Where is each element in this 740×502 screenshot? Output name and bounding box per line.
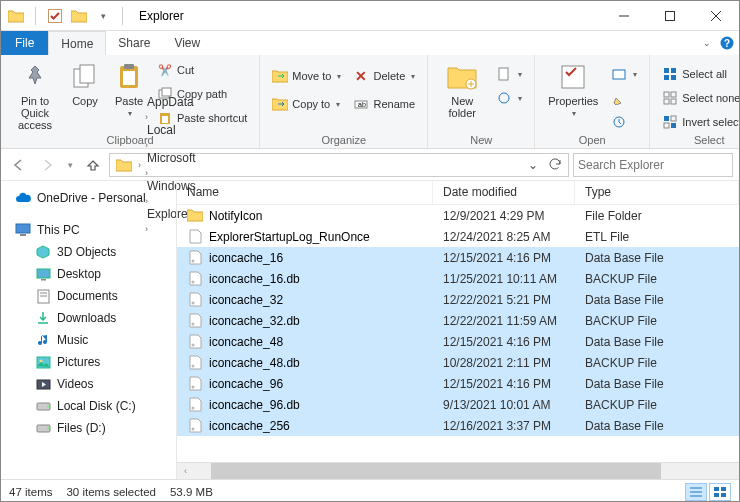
svg-rect-19 bbox=[499, 68, 508, 80]
column-type[interactable]: Type bbox=[575, 181, 739, 204]
move-to-button[interactable]: Move to▾ bbox=[268, 65, 345, 87]
new-folder-button[interactable]: New folder bbox=[436, 59, 488, 121]
svg-rect-27 bbox=[671, 75, 676, 80]
details-view-button[interactable] bbox=[685, 483, 707, 501]
chevron-right-icon[interactable]: › bbox=[143, 140, 150, 150]
file-row[interactable]: iconcache_1612/15/2021 4:16 PMData Base … bbox=[177, 247, 739, 268]
help-icon[interactable]: ? bbox=[715, 31, 739, 55]
maximize-button[interactable] bbox=[647, 1, 693, 31]
chevron-right-icon[interactable]: › bbox=[136, 160, 143, 170]
file-rows[interactable]: NotifyIcon12/9/2021 4:29 PMFile FolderEx… bbox=[177, 205, 739, 462]
forward-button[interactable] bbox=[35, 153, 59, 177]
file-type: BACKUP File bbox=[575, 398, 739, 412]
select-all-button[interactable]: Select all bbox=[658, 63, 740, 85]
file-list-pane: Name Date modified Type NotifyIcon12/9/2… bbox=[177, 181, 739, 479]
open-button[interactable]: ▾ bbox=[607, 63, 641, 85]
disk-icon bbox=[35, 398, 51, 414]
status-item-count: 47 items bbox=[9, 486, 52, 498]
nav-item-desktop[interactable]: Desktop bbox=[1, 263, 176, 285]
tab-file[interactable]: File bbox=[1, 31, 48, 55]
file-row[interactable]: iconcache_32.db12/22/2021 11:59 AMBACKUP… bbox=[177, 310, 739, 331]
up-button[interactable] bbox=[81, 153, 105, 177]
file-row[interactable]: ExplorerStartupLog_RunOnce12/24/2021 8:2… bbox=[177, 226, 739, 247]
copy-to-button[interactable]: Copy to▾ bbox=[268, 93, 345, 115]
cloud-icon bbox=[15, 190, 31, 206]
search-box[interactable] bbox=[573, 153, 733, 177]
file-row[interactable]: iconcache_9612/15/2021 4:16 PMData Base … bbox=[177, 373, 739, 394]
new-item-button[interactable]: ▾ bbox=[492, 63, 526, 85]
file-row[interactable]: iconcache_16.db11/25/2021 10:11 AMBACKUP… bbox=[177, 268, 739, 289]
breadcrumb-appdata[interactable]: AppData bbox=[143, 95, 200, 109]
nav-item-files-d-[interactable]: Files (D:) bbox=[1, 417, 176, 439]
file-row[interactable]: iconcache_25612/16/2021 3:37 PMData Base… bbox=[177, 415, 739, 436]
downloads-icon bbox=[35, 310, 51, 326]
nav-item-downloads[interactable]: Downloads bbox=[1, 307, 176, 329]
column-date[interactable]: Date modified bbox=[433, 181, 575, 204]
file-row[interactable]: iconcache_4812/15/2021 4:16 PMData Base … bbox=[177, 331, 739, 352]
ribbon-tabs: File Home Share View ⌄ ? bbox=[1, 31, 739, 55]
cut-button[interactable]: ✂️Cut bbox=[153, 59, 251, 81]
move-to-icon bbox=[272, 68, 288, 84]
delete-button[interactable]: ✕Delete▾ bbox=[349, 65, 419, 87]
nav-item-documents[interactable]: Documents bbox=[1, 285, 176, 307]
tab-view[interactable]: View bbox=[162, 31, 212, 55]
copy-button[interactable]: Copy bbox=[65, 59, 105, 109]
videos-icon bbox=[35, 376, 51, 392]
svg-rect-38 bbox=[37, 269, 50, 278]
invert-selection-button[interactable]: Invert selection bbox=[658, 111, 740, 133]
qat-dropdown-icon[interactable]: ▾ bbox=[94, 7, 112, 25]
nav-item-local-disk-c-[interactable]: Local Disk (C:) bbox=[1, 395, 176, 417]
column-headers[interactable]: Name Date modified Type bbox=[177, 181, 739, 205]
db-icon bbox=[187, 418, 203, 434]
edit-button[interactable] bbox=[607, 87, 641, 109]
recent-dropdown-icon[interactable]: ▾ bbox=[63, 153, 77, 177]
easy-access-button[interactable]: ▾ bbox=[492, 87, 526, 109]
chevron-right-icon[interactable]: › bbox=[143, 112, 150, 122]
svg-rect-25 bbox=[671, 68, 676, 73]
tab-share[interactable]: Share bbox=[106, 31, 162, 55]
column-name[interactable]: Name bbox=[177, 181, 433, 204]
search-input[interactable] bbox=[578, 158, 728, 172]
breadcrumb-local[interactable]: Local bbox=[143, 123, 200, 137]
chevron-right-icon[interactable]: › bbox=[143, 168, 150, 178]
back-button[interactable] bbox=[7, 153, 31, 177]
properties-button[interactable]: Properties ▾ bbox=[543, 59, 603, 120]
history-button[interactable] bbox=[607, 111, 641, 133]
svg-rect-39 bbox=[41, 279, 46, 281]
folder-small-icon[interactable] bbox=[70, 7, 88, 25]
nav-item-this-pc[interactable]: This PC bbox=[1, 219, 176, 241]
horizontal-scrollbar[interactable]: ‹ bbox=[177, 462, 739, 479]
tab-home[interactable]: Home bbox=[48, 31, 106, 55]
nav-item-pictures[interactable]: Pictures bbox=[1, 351, 176, 373]
address-dropdown-icon[interactable]: ⌄ bbox=[522, 154, 544, 176]
refresh-button[interactable] bbox=[544, 154, 566, 176]
open-icon bbox=[611, 66, 627, 82]
svg-rect-33 bbox=[671, 116, 676, 121]
navigation-pane[interactable]: OneDrive - PersonalThis PC3D ObjectsDesk… bbox=[1, 181, 177, 479]
nav-item-videos[interactable]: Videos bbox=[1, 373, 176, 395]
svg-rect-36 bbox=[16, 224, 30, 233]
minimize-button[interactable] bbox=[601, 1, 647, 31]
properties-checkbox-icon[interactable] bbox=[46, 7, 64, 25]
file-type: BACKUP File bbox=[575, 272, 739, 286]
file-row[interactable]: iconcache_96.db9/13/2021 10:01 AMBACKUP … bbox=[177, 394, 739, 415]
file-type: File Folder bbox=[575, 209, 739, 223]
group-select: Select all Select none Invert selection … bbox=[650, 55, 740, 148]
rename-button[interactable]: abRename bbox=[349, 93, 419, 115]
edit-icon bbox=[611, 90, 627, 106]
file-row[interactable]: NotifyIcon12/9/2021 4:29 PMFile Folder bbox=[177, 205, 739, 226]
nav-item-music[interactable]: Music bbox=[1, 329, 176, 351]
file-row[interactable]: iconcache_48.db10/28/2021 2:11 PMBACKUP … bbox=[177, 352, 739, 373]
ribbon-collapse-icon[interactable]: ⌄ bbox=[699, 31, 715, 55]
nav-item-onedrive-personal[interactable]: OneDrive - Personal bbox=[1, 187, 176, 209]
address-bar[interactable]: › AppData›Local›Microsoft›Windows›Explor… bbox=[109, 153, 569, 177]
select-none-button[interactable]: Select none bbox=[658, 87, 740, 109]
nav-item-3d-objects[interactable]: 3D Objects bbox=[1, 241, 176, 263]
thumbnails-view-button[interactable] bbox=[709, 483, 731, 501]
pin-to-quick-access-button[interactable]: Pin to Quick access bbox=[9, 59, 61, 133]
breadcrumb-microsoft[interactable]: Microsoft bbox=[143, 151, 200, 165]
svg-point-49 bbox=[47, 428, 49, 430]
file-row[interactable]: iconcache_3212/22/2021 5:21 PMData Base … bbox=[177, 289, 739, 310]
svg-rect-22 bbox=[613, 70, 625, 79]
close-button[interactable] bbox=[693, 1, 739, 31]
